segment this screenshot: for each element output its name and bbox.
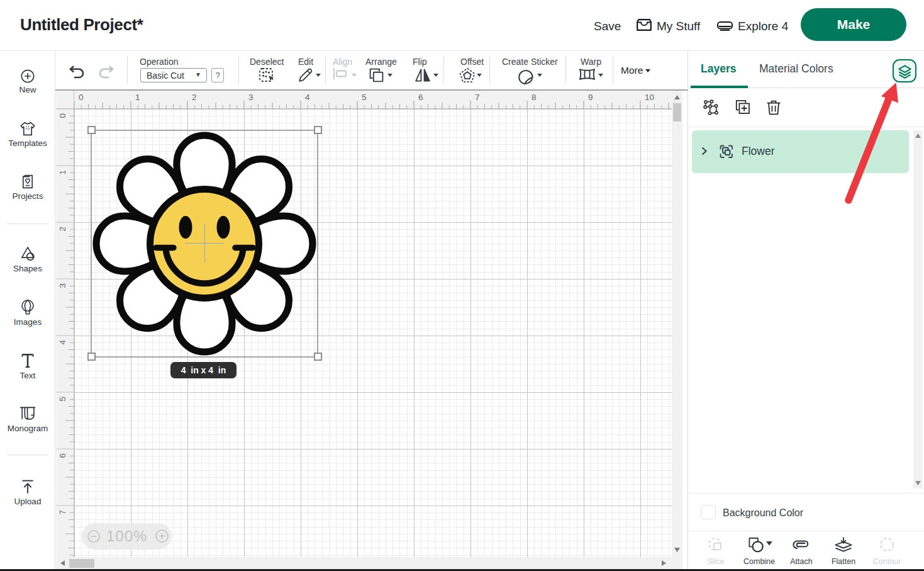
svg-text:8: 8 [532,93,537,102]
svg-text:1: 1 [135,93,140,102]
svg-text:0: 0 [79,93,84,102]
svg-text:0: 0 [58,113,67,118]
svg-text:2: 2 [192,93,197,102]
svg-text:10: 10 [645,93,654,102]
svg-text:2: 2 [58,227,67,232]
svg-text:9: 9 [588,93,593,102]
svg-text:1: 1 [58,170,67,175]
svg-text:7: 7 [58,510,67,515]
svg-text:3: 3 [248,93,253,102]
svg-text:3: 3 [58,283,67,288]
svg-text:4: 4 [58,340,67,345]
svg-text:6: 6 [58,453,67,458]
svg-text:7: 7 [475,93,480,102]
svg-text:6: 6 [418,93,423,102]
svg-text:4: 4 [305,93,310,102]
svg-text:5: 5 [58,397,67,402]
svg-text:5: 5 [362,93,367,102]
